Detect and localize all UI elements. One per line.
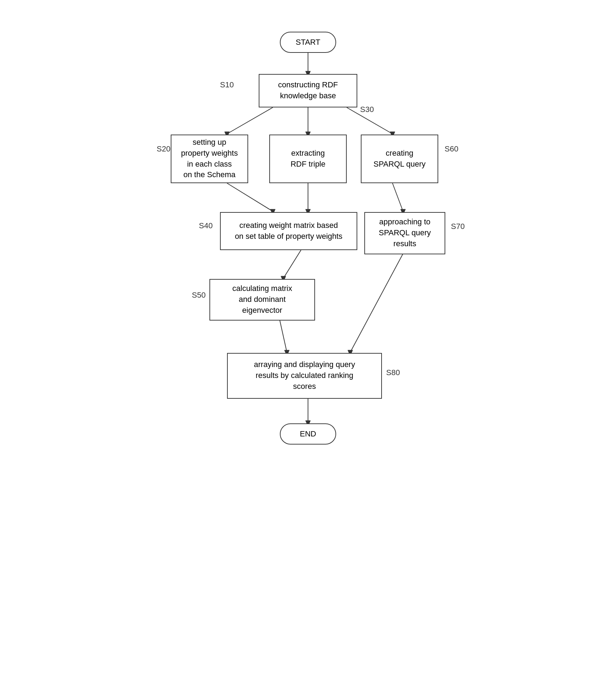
s70-label: S70 [451,222,465,231]
s10-label: S10 [220,80,234,89]
arrows-svg [150,25,466,659]
svg-line-16 [280,321,287,352]
svg-line-2 [227,107,273,134]
s20-node: setting up property weights in each clas… [171,135,248,183]
extract-node: extracting RDF triple [269,135,347,183]
end-node: END [280,423,336,445]
svg-line-12 [392,183,403,211]
s20-label: S20 [157,144,170,154]
s70-node: approaching to SPARQL query results [364,212,445,254]
svg-line-8 [227,183,273,211]
s30-label: S30 [360,105,374,114]
start-node: START [280,32,336,53]
s50-node: calculating matrix and dominant eigenvec… [209,279,315,321]
sparql-query-node: creating SPARQL query [361,135,438,183]
s50-label: S50 [192,291,206,300]
s80-node: arraying and displaying query results by… [227,353,382,399]
flowchart: START constructing RDF knowledge base S1… [150,25,466,659]
s40-label: S40 [199,221,213,230]
svg-line-18 [350,254,403,352]
s10-node: constructing RDF knowledge base [259,74,357,107]
svg-line-14 [283,250,301,278]
s80-label: S80 [386,368,400,377]
s40-node: creating weight matrix based on set tabl… [220,212,357,250]
s60-label: S60 [445,144,458,154]
